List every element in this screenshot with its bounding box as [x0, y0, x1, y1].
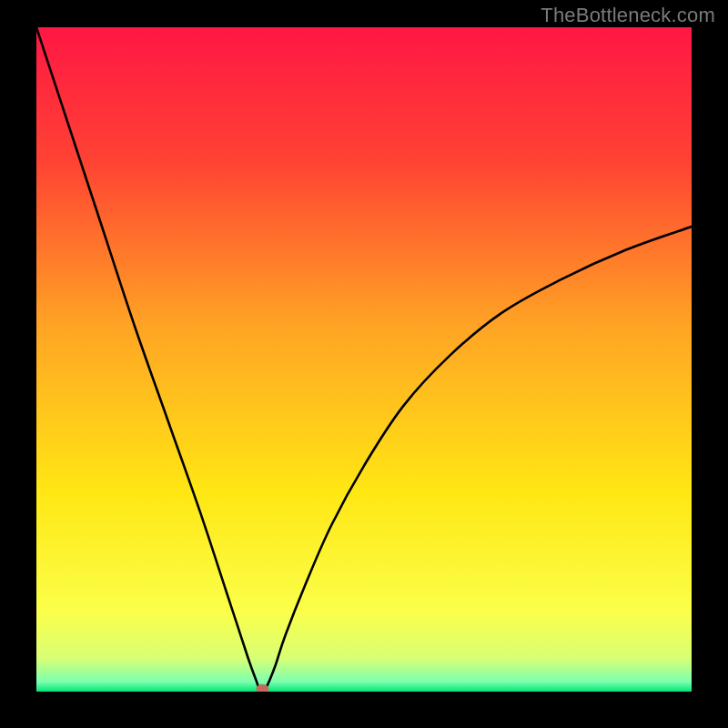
chart-frame: TheBottleneck.com — [0, 0, 728, 728]
plot-area — [36, 27, 692, 692]
chart-svg — [36, 27, 692, 692]
watermark-text: TheBottleneck.com — [541, 4, 715, 27]
gradient-background — [36, 27, 692, 692]
